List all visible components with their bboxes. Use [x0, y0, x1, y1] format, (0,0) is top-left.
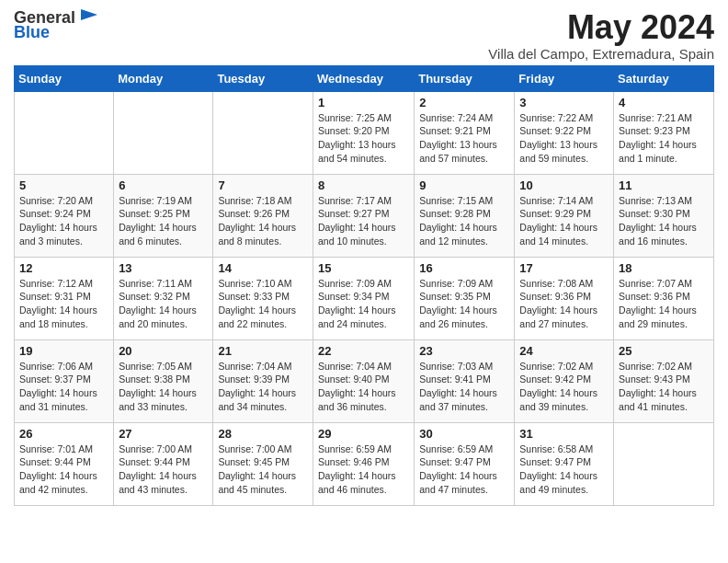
day-number: 21: [218, 344, 308, 358]
location-text: Villa del Campo, Extremadura, Spain: [488, 46, 714, 62]
calendar-cell: 5Sunrise: 7:20 AM Sunset: 9:24 PM Daylig…: [15, 174, 114, 257]
day-number: 3: [519, 96, 609, 109]
calendar-cell: 14Sunrise: 7:10 AM Sunset: 9:33 PM Dayli…: [213, 257, 313, 339]
day-info: Sunrise: 7:01 AM Sunset: 9:44 PM Dayligh…: [19, 442, 108, 497]
day-number: 12: [19, 261, 108, 275]
day-info: Sunrise: 6:59 AM Sunset: 9:46 PM Dayligh…: [318, 442, 409, 497]
day-info: Sunrise: 7:02 AM Sunset: 9:42 PM Dayligh…: [519, 360, 609, 414]
calendar-cell: 16Sunrise: 7:09 AM Sunset: 9:35 PM Dayli…: [415, 257, 515, 339]
calendar-cell: 10Sunrise: 7:14 AM Sunset: 9:29 PM Dayli…: [515, 174, 614, 257]
day-number: 15: [318, 261, 409, 275]
day-info: Sunrise: 7:11 AM Sunset: 9:32 PM Dayligh…: [119, 277, 208, 331]
day-info: Sunrise: 7:25 AM Sunset: 9:20 PM Dayligh…: [318, 111, 409, 166]
day-info: Sunrise: 7:09 AM Sunset: 9:34 PM Dayligh…: [318, 277, 409, 331]
day-number: 26: [19, 427, 108, 441]
day-number: 1: [318, 96, 409, 109]
calendar-cell: 23Sunrise: 7:03 AM Sunset: 9:41 PM Dayli…: [415, 339, 515, 422]
calendar-cell: 28Sunrise: 7:00 AM Sunset: 9:45 PM Dayli…: [213, 422, 313, 505]
day-number: 5: [19, 178, 108, 192]
day-number: 2: [419, 96, 509, 109]
day-number: 18: [619, 261, 709, 275]
calendar-cell: 18Sunrise: 7:07 AM Sunset: 9:36 PM Dayli…: [614, 257, 714, 339]
calendar-cell: 29Sunrise: 6:59 AM Sunset: 9:46 PM Dayli…: [313, 422, 414, 505]
day-number: 29: [318, 427, 409, 441]
calendar-cell: 27Sunrise: 7:00 AM Sunset: 9:44 PM Dayli…: [114, 422, 213, 505]
day-number: 27: [119, 427, 208, 441]
title-block: May 2024 Villa del Campo, Extremadura, S…: [488, 9, 714, 62]
day-number: 24: [519, 344, 609, 358]
day-number: 11: [619, 178, 709, 192]
calendar-cell: 4Sunrise: 7:21 AM Sunset: 9:23 PM Daylig…: [614, 91, 714, 174]
day-info: Sunrise: 7:24 AM Sunset: 9:21 PM Dayligh…: [419, 111, 509, 166]
day-info: Sunrise: 7:21 AM Sunset: 9:23 PM Dayligh…: [619, 111, 709, 166]
logo: General Blue: [14, 9, 99, 42]
day-info: Sunrise: 6:59 AM Sunset: 9:47 PM Dayligh…: [419, 442, 509, 497]
day-info: Sunrise: 7:00 AM Sunset: 9:44 PM Dayligh…: [119, 442, 208, 497]
calendar-cell: 9Sunrise: 7:15 AM Sunset: 9:28 PM Daylig…: [415, 174, 515, 257]
calendar-cell: 30Sunrise: 6:59 AM Sunset: 9:47 PM Dayli…: [415, 422, 515, 505]
day-number: 6: [119, 178, 208, 192]
header-day-wednesday: Wednesday: [313, 65, 414, 91]
day-info: Sunrise: 7:12 AM Sunset: 9:31 PM Dayligh…: [19, 277, 108, 331]
header-day-tuesday: Tuesday: [213, 65, 313, 91]
svg-marker-0: [81, 9, 97, 20]
day-info: Sunrise: 7:18 AM Sunset: 9:26 PM Dayligh…: [218, 194, 308, 248]
header-day-thursday: Thursday: [415, 65, 515, 91]
week-row-2: 5Sunrise: 7:20 AM Sunset: 9:24 PM Daylig…: [15, 174, 714, 257]
calendar-cell: 21Sunrise: 7:04 AM Sunset: 9:39 PM Dayli…: [213, 339, 313, 422]
calendar-cell: 3Sunrise: 7:22 AM Sunset: 9:22 PM Daylig…: [515, 91, 614, 174]
calendar-cell: [213, 91, 313, 174]
day-number: 20: [119, 344, 208, 358]
day-info: Sunrise: 7:08 AM Sunset: 9:36 PM Dayligh…: [519, 277, 609, 331]
header-day-saturday: Saturday: [614, 65, 714, 91]
calendar-cell: 12Sunrise: 7:12 AM Sunset: 9:31 PM Dayli…: [15, 257, 114, 339]
calendar-cell: 17Sunrise: 7:08 AM Sunset: 9:36 PM Dayli…: [515, 257, 614, 339]
calendar-cell: 25Sunrise: 7:02 AM Sunset: 9:43 PM Dayli…: [614, 339, 714, 422]
day-number: 7: [218, 178, 308, 192]
day-info: Sunrise: 7:09 AM Sunset: 9:35 PM Dayligh…: [419, 277, 509, 331]
day-number: 4: [619, 96, 709, 109]
calendar-cell: 31Sunrise: 6:58 AM Sunset: 9:47 PM Dayli…: [515, 422, 614, 505]
header-day-friday: Friday: [515, 65, 614, 91]
day-info: Sunrise: 7:14 AM Sunset: 9:29 PM Dayligh…: [519, 194, 609, 248]
day-number: 30: [419, 427, 509, 441]
calendar-cell: [614, 422, 714, 505]
day-number: 19: [19, 344, 108, 358]
day-info: Sunrise: 7:03 AM Sunset: 9:41 PM Dayligh…: [419, 360, 509, 414]
calendar-cell: 22Sunrise: 7:04 AM Sunset: 9:40 PM Dayli…: [313, 339, 414, 422]
calendar-cell: 7Sunrise: 7:18 AM Sunset: 9:26 PM Daylig…: [213, 174, 313, 257]
calendar-cell: 24Sunrise: 7:02 AM Sunset: 9:42 PM Dayli…: [515, 339, 614, 422]
page-header: General Blue May 2024 Villa del Campo, E…: [14, 9, 714, 62]
logo-flag-icon: [79, 7, 99, 28]
day-info: Sunrise: 7:06 AM Sunset: 9:37 PM Dayligh…: [19, 360, 108, 414]
calendar-cell: [15, 91, 114, 174]
header-row: SundayMondayTuesdayWednesdayThursdayFrid…: [15, 65, 714, 91]
calendar-cell: 1Sunrise: 7:25 AM Sunset: 9:20 PM Daylig…: [313, 91, 414, 174]
calendar-table: SundayMondayTuesdayWednesdayThursdayFrid…: [14, 65, 714, 506]
day-info: Sunrise: 7:19 AM Sunset: 9:25 PM Dayligh…: [119, 194, 208, 248]
calendar-cell: 26Sunrise: 7:01 AM Sunset: 9:44 PM Dayli…: [15, 422, 114, 505]
day-number: 28: [218, 427, 308, 441]
day-info: Sunrise: 7:20 AM Sunset: 9:24 PM Dayligh…: [19, 194, 108, 248]
day-info: Sunrise: 7:22 AM Sunset: 9:22 PM Dayligh…: [519, 111, 609, 166]
day-number: 13: [119, 261, 208, 275]
day-number: 10: [519, 178, 609, 192]
day-info: Sunrise: 7:15 AM Sunset: 9:28 PM Dayligh…: [419, 194, 509, 248]
day-number: 17: [519, 261, 609, 275]
day-number: 8: [318, 178, 409, 192]
day-info: Sunrise: 7:04 AM Sunset: 9:40 PM Dayligh…: [318, 360, 409, 414]
day-info: Sunrise: 7:17 AM Sunset: 9:27 PM Dayligh…: [318, 194, 409, 248]
day-info: Sunrise: 6:58 AM Sunset: 9:47 PM Dayligh…: [519, 442, 609, 497]
day-number: 25: [619, 344, 709, 358]
calendar-cell: 6Sunrise: 7:19 AM Sunset: 9:25 PM Daylig…: [114, 174, 213, 257]
week-row-4: 19Sunrise: 7:06 AM Sunset: 9:37 PM Dayli…: [15, 339, 714, 422]
week-row-1: 1Sunrise: 7:25 AM Sunset: 9:20 PM Daylig…: [15, 91, 714, 174]
day-info: Sunrise: 7:05 AM Sunset: 9:38 PM Dayligh…: [119, 360, 208, 414]
day-number: 23: [419, 344, 509, 358]
week-row-5: 26Sunrise: 7:01 AM Sunset: 9:44 PM Dayli…: [15, 422, 714, 505]
calendar-cell: 2Sunrise: 7:24 AM Sunset: 9:21 PM Daylig…: [415, 91, 515, 174]
day-info: Sunrise: 7:04 AM Sunset: 9:39 PM Dayligh…: [218, 360, 308, 414]
header-day-monday: Monday: [114, 65, 213, 91]
day-number: 16: [419, 261, 509, 275]
day-number: 22: [318, 344, 409, 358]
